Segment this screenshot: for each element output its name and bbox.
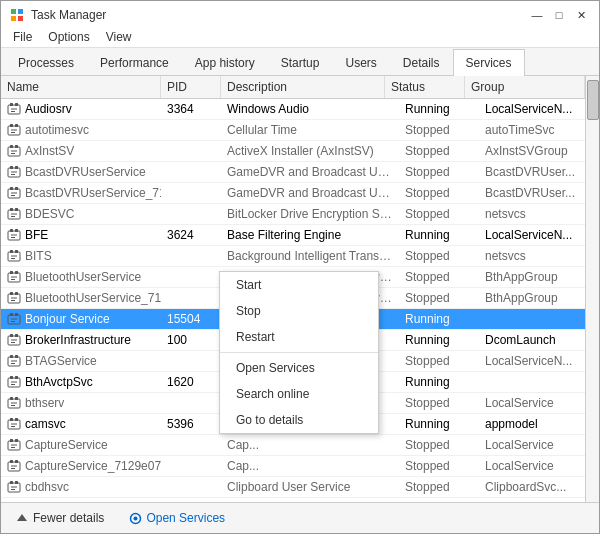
col-description[interactable]: Description	[221, 76, 385, 98]
cell-pid: 100	[161, 330, 221, 350]
cell-desc: Background Intelligent Transfer Servi...	[221, 246, 399, 266]
context-menu-item[interactable]: Restart	[220, 324, 378, 350]
title-bar: Task Manager — □ ✕	[1, 1, 599, 27]
close-button[interactable]: ✕	[571, 7, 591, 23]
svg-rect-46	[15, 271, 18, 274]
cell-name: BFE	[1, 225, 161, 245]
cell-desc: BitLocker Drive Encryption Service	[221, 204, 399, 224]
cell-group: ClipboardSvc...	[479, 498, 599, 502]
table-row[interactable]: AxInstSV ActiveX Installer (AxInstSV) St…	[1, 141, 599, 162]
cell-name: BrokerInfrastructure	[1, 330, 161, 350]
cell-status: Stopped	[399, 477, 479, 497]
table-row[interactable]: CaptureService_7129e07 Cap... Stopped Lo…	[1, 456, 599, 477]
cell-pid	[161, 162, 221, 182]
table-row[interactable]: BITS Background Intelligent Transfer Ser…	[1, 246, 599, 267]
table-row[interactable]: BDESVC BitLocker Drive Encryption Servic…	[1, 204, 599, 225]
menu-file[interactable]: File	[5, 27, 40, 47]
cell-pid	[161, 120, 221, 140]
cell-name: cbdhsvc_7129e07	[1, 498, 161, 502]
svg-rect-21	[15, 166, 18, 169]
cell-status: Stopped	[399, 162, 479, 182]
cell-status: Stopped	[399, 267, 479, 287]
cell-status: Running	[399, 414, 479, 434]
cell-name: CaptureService	[1, 435, 161, 455]
fewer-details-button[interactable]: Fewer details	[11, 509, 108, 527]
scrollbar-track[interactable]	[585, 76, 599, 502]
svg-rect-5	[10, 103, 13, 106]
cell-status: Stopped	[399, 393, 479, 413]
minimize-button[interactable]: —	[527, 7, 547, 23]
svg-rect-85	[10, 439, 13, 442]
open-services-button[interactable]: Open Services	[124, 509, 229, 527]
cell-desc: Windows Audio	[221, 99, 399, 119]
cell-pid	[161, 456, 221, 476]
context-menu-item[interactable]: Search online	[220, 381, 378, 407]
context-menu-item[interactable]: Go to details	[220, 407, 378, 433]
cell-status: Running	[399, 99, 479, 119]
menu-options[interactable]: Options	[40, 27, 97, 47]
context-menu-item[interactable]: Start	[220, 272, 378, 298]
cell-status: Stopped	[399, 141, 479, 161]
cell-name: BITS	[1, 246, 161, 266]
cell-desc: Cap...	[221, 456, 399, 476]
table-row[interactable]: cbdhsvc_7129e07 14840 Clipboard User Ser…	[1, 498, 599, 502]
col-pid[interactable]: PID	[161, 76, 221, 98]
svg-rect-51	[15, 292, 18, 295]
table-row[interactable]: autotimesvc Cellular Time Stopped autoTi…	[1, 120, 599, 141]
tab-startup[interactable]: Startup	[268, 49, 333, 76]
svg-rect-86	[15, 439, 18, 442]
cell-status: Stopped	[399, 120, 479, 140]
table-row[interactable]: BcastDVRUserService GameDVR and Broadcas…	[1, 162, 599, 183]
table-row[interactable]: CaptureService Cap... Stopped LocalServi…	[1, 435, 599, 456]
cell-desc: Base Filtering Engine	[221, 225, 399, 245]
menu-bar: File Options View	[1, 27, 599, 48]
svg-rect-41	[15, 250, 18, 253]
cell-group: LocalService	[479, 435, 599, 455]
table-row[interactable]: BcastDVRUserService_7129e... GameDVR and…	[1, 183, 599, 204]
cell-status: Running	[399, 498, 479, 502]
cell-group: DcomLaunch	[479, 330, 599, 350]
cell-group: appmodel	[479, 414, 599, 434]
tab-details[interactable]: Details	[390, 49, 453, 76]
maximize-button[interactable]: □	[549, 7, 569, 23]
scrollbar-thumb[interactable]	[587, 80, 599, 120]
svg-rect-80	[10, 418, 13, 421]
context-menu-item[interactable]: Open Services	[220, 355, 378, 381]
svg-rect-2	[11, 16, 16, 21]
cell-group	[479, 309, 599, 329]
cell-desc: ActiveX Installer (AxInstSV)	[221, 141, 399, 161]
tab-processes[interactable]: Processes	[5, 49, 87, 76]
open-services-label: Open Services	[146, 511, 225, 525]
cell-status: Running	[399, 330, 479, 350]
svg-rect-3	[18, 16, 23, 21]
tab-performance[interactable]: Performance	[87, 49, 182, 76]
cell-status: Stopped	[399, 351, 479, 371]
cell-name: BluetoothUserService	[1, 267, 161, 287]
context-menu-divider	[220, 352, 378, 353]
col-status[interactable]: Status	[385, 76, 465, 98]
table-row[interactable]: cbdhsvc Clipboard User Service Stopped C…	[1, 477, 599, 498]
cell-name: AxInstSV	[1, 141, 161, 161]
svg-rect-11	[15, 124, 18, 127]
col-name[interactable]: Name	[1, 76, 161, 98]
context-menu-item[interactable]: Stop	[220, 298, 378, 324]
menu-view[interactable]: View	[98, 27, 140, 47]
svg-rect-10	[10, 124, 13, 127]
tab-users[interactable]: Users	[332, 49, 389, 76]
cell-group: ClipboardSvc...	[479, 477, 599, 497]
tab-app-history[interactable]: App history	[182, 49, 268, 76]
cell-group: netsvcs	[479, 246, 599, 266]
table-row[interactable]: Audiosrv 3364 Windows Audio Running Loca…	[1, 99, 599, 120]
table-row[interactable]: BFE 3624 Base Filtering Engine Running L…	[1, 225, 599, 246]
svg-rect-1	[18, 9, 23, 14]
cell-name: BcastDVRUserService_7129e...	[1, 183, 161, 203]
svg-rect-55	[10, 313, 13, 316]
cell-pid	[161, 393, 221, 413]
svg-rect-36	[15, 229, 18, 232]
cell-pid: 1620	[161, 372, 221, 392]
footer: Fewer details Open Services	[1, 502, 599, 533]
svg-rect-25	[10, 187, 13, 190]
tab-services[interactable]: Services	[453, 49, 525, 76]
col-group[interactable]: Group	[465, 76, 585, 98]
cell-name: cbdhsvc	[1, 477, 161, 497]
